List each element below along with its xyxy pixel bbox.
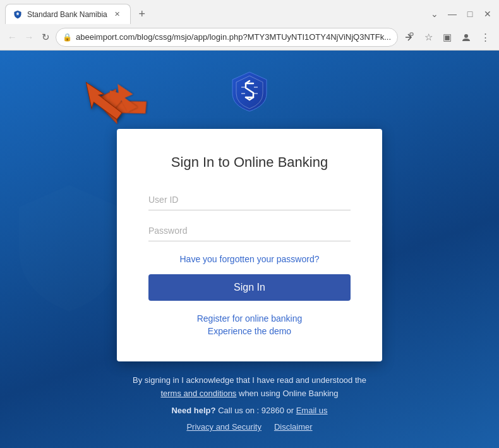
- new-tab-button[interactable]: +: [133, 5, 151, 23]
- disclaimer-link[interactable]: Disclaimer: [274, 421, 313, 434]
- browser-content: SPORT: [0, 51, 499, 448]
- email-link[interactable]: Email us: [296, 406, 328, 415]
- login-card: Sign In to Online Banking Have you forgo…: [117, 129, 382, 361]
- bank-logo: [227, 70, 272, 116]
- password-input[interactable]: [148, 221, 351, 241]
- footer-acknowledge: By signing in I acknowledge that I have …: [133, 374, 366, 401]
- svg-marker-4: [82, 75, 123, 128]
- refresh-button[interactable]: ↻: [39, 28, 53, 46]
- svg-point-1: [464, 34, 468, 38]
- register-link[interactable]: Register for online banking: [197, 313, 303, 324]
- demo-link[interactable]: Experience the demo: [208, 326, 291, 336]
- footer-bottom-links: Privacy and Security Disclaimer: [133, 421, 366, 434]
- tab-bar: Standard Bank Namibia ✕ +: [5, 4, 428, 24]
- arrow-annotation: [82, 73, 145, 135]
- share-icon[interactable]: [400, 28, 418, 46]
- title-bar: Standard Bank Namibia ✕ + ⌄ — □ ✕: [0, 0, 499, 24]
- svg-marker-3: [99, 81, 141, 124]
- forward-button[interactable]: →: [22, 28, 37, 46]
- tab-favicon: [13, 10, 22, 19]
- userid-field: [148, 190, 351, 210]
- active-tab[interactable]: Standard Bank Namibia ✕: [5, 4, 131, 24]
- sidebar-toggle-icon[interactable]: ▣: [438, 28, 456, 46]
- privacy-link[interactable]: Privacy and Security: [186, 421, 262, 434]
- footer: By signing in I acknowledge that I have …: [82, 374, 417, 434]
- window-controls: ⌄ — □ ✕: [428, 8, 494, 20]
- tab-title: Standard Bank Namibia: [27, 10, 107, 19]
- chevron-down-icon[interactable]: ⌄: [428, 8, 441, 20]
- watermark-shield: [13, 179, 126, 320]
- browser-window: Standard Bank Namibia ✕ + ⌄ — □ ✕ ← → ↻ …: [0, 0, 499, 51]
- profile-icon[interactable]: [457, 28, 475, 46]
- lock-icon: 🔒: [63, 33, 72, 42]
- nav-actions: ☆ ▣ ⋮: [400, 28, 494, 46]
- nav-bar: ← → ↻ 🔒 abeeimport.com/blog/cssg/msjo/ap…: [0, 24, 499, 51]
- address-bar[interactable]: 🔒 abeeimport.com/blog/cssg/msjo/app/logi…: [56, 28, 398, 47]
- card-links: Register for online banking Experience t…: [148, 313, 351, 336]
- bookmark-icon[interactable]: ☆: [419, 28, 437, 46]
- terms-link[interactable]: terms and conditions: [160, 389, 236, 398]
- maximize-button[interactable]: □: [464, 8, 476, 20]
- close-button[interactable]: ✕: [481, 8, 494, 20]
- tab-close-btn[interactable]: ✕: [112, 9, 123, 20]
- forgot-password-link[interactable]: Have you forgotten your password?: [148, 254, 351, 264]
- menu-icon[interactable]: ⋮: [476, 28, 494, 46]
- userid-input[interactable]: [148, 190, 351, 210]
- svg-marker-2: [98, 75, 148, 125]
- url-text: abeeimport.com/blog/cssg/msjo/app/login.…: [76, 32, 391, 42]
- sign-in-button[interactable]: Sign In: [148, 274, 351, 301]
- minimize-button[interactable]: —: [446, 8, 459, 20]
- back-button[interactable]: ←: [5, 28, 20, 46]
- card-title: Sign In to Online Banking: [148, 154, 351, 171]
- svg-rect-0: [410, 33, 413, 35]
- password-field: [148, 221, 351, 241]
- footer-help: Need help? Call us on : 92860 or Email u…: [133, 404, 366, 418]
